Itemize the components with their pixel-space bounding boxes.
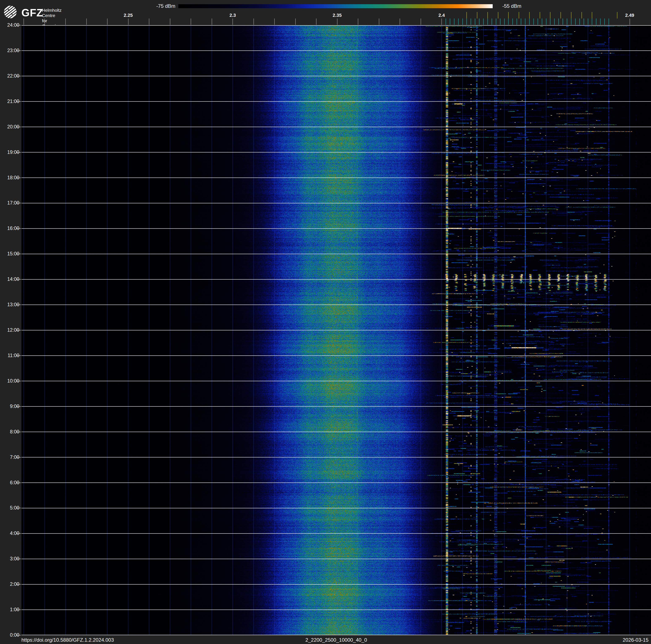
freq-tick [128, 19, 128, 25]
hour-tick [17, 584, 21, 585]
freq-tick-label: 2.49 [625, 12, 634, 18]
freq-tick-label: 2.35 [333, 12, 342, 18]
wifi-channel-tick [571, 12, 571, 19]
wifi-channel-tick [498, 12, 498, 19]
ble-channel-tick [600, 19, 600, 25]
freq-tick [629, 19, 630, 25]
wifi-channel-tick [560, 12, 561, 19]
hour-tick [17, 432, 21, 432]
hour-tick [17, 559, 21, 559]
hour-tick [17, 203, 21, 203]
hour-tick [17, 381, 21, 381]
frequency-axis: 2.252.32.352.42.49 [0, 0, 651, 25]
ble-channel-tick [500, 19, 500, 25]
ble-channel-tick [517, 19, 517, 25]
ble-channel-tick [546, 19, 547, 25]
footer-doi-link: https://doi.org/10.5880/GFZ.1.2.2024.003 [22, 637, 114, 643]
freq-tick-label: 2.4 [438, 12, 445, 18]
hour-tick [17, 25, 21, 25]
wifi-channel-tick [508, 12, 508, 19]
ble-channel-tick [513, 19, 513, 25]
time-axis: 0:001:002:003:004:005:006:007:008:009:00… [0, 0, 22, 644]
hour-tick [17, 228, 21, 229]
wifi-channel-tick [488, 12, 488, 19]
footer-date: 2026-03-15 [623, 637, 649, 643]
ble-channel-tick [504, 19, 505, 25]
ble-channel-tick [604, 19, 605, 25]
ble-channel-tick [529, 19, 530, 25]
ble-channel-tick [596, 19, 596, 25]
ble-channel-tick [471, 19, 471, 25]
freq-tick [44, 19, 45, 25]
wifi-channel-tick [540, 12, 540, 19]
ble-channel-tick [584, 19, 584, 25]
ble-channel-tick [479, 19, 479, 25]
ble-channel-tick [592, 19, 592, 25]
ble-channel-tick [550, 19, 550, 25]
freq-tick [253, 19, 254, 25]
hour-tick [17, 127, 21, 127]
ble-channel-tick [542, 19, 542, 25]
freq-tick [86, 19, 87, 25]
spectrogram-canvas [22, 25, 651, 635]
ble-channel-tick [466, 19, 467, 25]
hour-tick [17, 508, 21, 508]
freq-tick [295, 19, 296, 25]
wifi-channel-tick [617, 12, 617, 19]
freq-tick-label: 2.25 [124, 12, 133, 18]
freq-tick [441, 19, 442, 25]
ble-channel-tick [588, 19, 588, 25]
freq-tick [24, 19, 24, 25]
freq-tick [358, 19, 358, 25]
hour-tick [17, 304, 21, 305]
wifi-channel-tick [592, 12, 592, 19]
wifi-channel-tick [519, 12, 519, 19]
ble-channel-tick [563, 19, 563, 25]
hour-tick [17, 635, 21, 635]
footer-dataset-id: 2_2200_2500_10000_40_0 [305, 637, 367, 643]
wifi-channel-tick [466, 12, 467, 19]
freq-tick [379, 19, 379, 25]
ble-channel-tick [571, 19, 571, 25]
wifi-channel-tick [477, 12, 477, 19]
ble-channel-tick [496, 19, 496, 25]
ble-channel-tick [508, 19, 508, 25]
ble-channel-tick [558, 19, 559, 25]
ble-channel-tick [567, 19, 567, 25]
hour-tick [17, 533, 21, 534]
freq-tick [232, 19, 233, 25]
ble-channel-tick [521, 19, 521, 25]
wifi-channel-tick [529, 12, 530, 19]
wifi-channel-tick [550, 12, 550, 19]
freq-tick [316, 19, 316, 25]
spectrogram-page: GFZ Helmholtz Centre for Geosciences -75… [0, 0, 651, 644]
ble-channel-tick [492, 19, 492, 25]
ble-channel-tick [579, 19, 580, 25]
freq-tick [65, 19, 66, 25]
freq-tick [400, 19, 400, 25]
ble-channel-tick [483, 19, 484, 25]
hour-tick [17, 101, 21, 102]
hour-tick [17, 457, 21, 458]
ble-channel-tick [462, 19, 463, 25]
hour-tick [17, 152, 21, 153]
freq-tick [212, 19, 212, 25]
ble-channel-tick [445, 19, 446, 25]
ble-channel-tick [488, 19, 488, 25]
freq-tick [170, 19, 170, 25]
hour-tick [17, 482, 21, 483]
wifi-channel-tick [582, 12, 582, 19]
ble-channel-tick [454, 19, 455, 25]
ble-channel-tick [525, 19, 525, 25]
hour-tick [17, 254, 21, 254]
hour-tick [17, 406, 21, 407]
ble-channel-tick [533, 19, 534, 25]
ble-channel-tick [554, 19, 555, 25]
ble-channel-tick [450, 19, 450, 25]
freq-tick-label: 2.3 [229, 12, 236, 18]
hour-tick [17, 76, 21, 76]
freq-tick [107, 19, 107, 25]
ble-channel-tick [575, 19, 576, 25]
freq-tick [149, 19, 149, 25]
freq-tick [191, 19, 191, 25]
